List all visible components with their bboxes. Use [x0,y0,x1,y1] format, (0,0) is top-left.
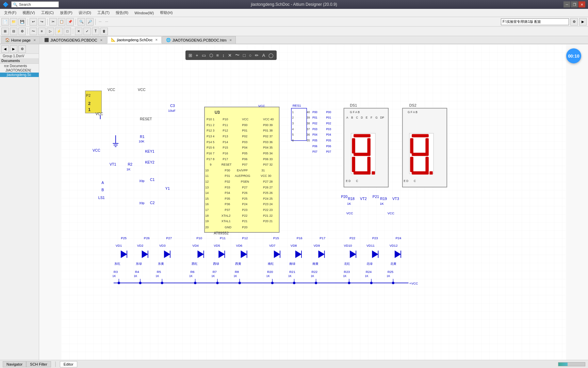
tab-htm-close[interactable]: ✕ [229,39,232,42]
svg-text:1K: 1K [233,274,237,278]
schematic-diagram: P2 2 1 VCC VCC RESET R1 10K C3 10uF VCC … [39,44,588,360]
tb-copy[interactable]: 📋 [58,18,65,26]
svg-text:GND: GND [225,226,231,229]
svg-text:VCC: VCC [95,112,103,116]
menu-file[interactable]: 文件(F) [1,10,19,16]
tb2-del[interactable]: 🗑 [100,28,108,35]
tb-paste[interactable]: 📌 [66,18,74,26]
tb-cut[interactable]: ✂ [49,18,57,26]
svg-text:P27: P27 [242,186,247,189]
sidebar-item-group1[interactable]: Group 1.DsnV [0,54,39,58]
menu-window[interactable]: Window(W) [132,10,157,16]
ft-filter[interactable]: ⊞ [187,52,193,59]
sidebar-item-rce[interactable]: rce Documents [0,64,39,68]
svg-text:R20: R20 [267,270,273,274]
status-tab-navigator[interactable]: Navigator [3,361,26,367]
tb-action2[interactable]: ▶ [579,18,587,26]
tab-schdoc-close[interactable]: ✕ [155,38,158,42]
svg-text:1K: 1K [266,274,270,278]
svg-text:P2: P2 [86,93,91,97]
ft-align[interactable]: ≡ [215,52,220,59]
tb2-power[interactable]: ⚡ [55,28,63,35]
svg-text:39: 39 [307,116,310,119]
svg-rect-159 [412,153,429,156]
tb-zoom-in[interactable]: 🔍 [78,18,85,26]
tb2-text[interactable]: T [92,28,99,35]
tab-homepage[interactable]: 🏠 Home page ✕ [1,36,40,44]
sidebar-content: Group 1.DsnV Documents rce Documents JIA… [0,54,39,360]
svg-text:P07: P07 [242,163,247,166]
tb2-btn1[interactable]: ⊞ [1,28,9,35]
tab-htm[interactable]: 🌐 JIAOTONGDENG.PCBDOC.htm ✕ [162,36,235,44]
svg-text:R1: R1 [140,135,145,139]
ft-add[interactable]: + [195,52,199,59]
tb2-btn2[interactable]: ⊟ [10,28,17,35]
status-tab-schfilter[interactable]: SCH Filter [26,361,51,367]
tb2-cross[interactable]: ✕ [75,28,82,35]
tab-pcbdoc[interactable]: ⬛ JIAOTONGDENG.PCBDOC ✕ [40,36,107,44]
menu-place[interactable]: 放置(P) [57,10,75,16]
sidebar-forward[interactable]: ▶ [10,45,17,53]
ft-rect[interactable]: ▭ [201,52,207,59]
ft-oval[interactable]: ◯ [267,52,275,59]
tab-pcbdoc-close[interactable]: ✕ [100,39,103,42]
menu-design[interactable]: 设计(D) [76,10,94,16]
path-field[interactable]: F:\实验室专用\第1版 配套 [501,18,569,25]
tab-schdoc[interactable]: 📐 jiaotongdeng.SchDoc ✕ [107,36,162,44]
svg-text:14: 14 [205,191,209,195]
ft-wave[interactable]: 〜 [234,51,241,59]
ft-circ[interactable]: ○ [248,52,253,59]
svg-text:P15: P15 [223,146,228,149]
svg-text:P13: P13 [223,135,228,138]
tb2-wire[interactable]: 〜 [30,28,37,35]
tb2-port[interactable]: ▷ [47,28,54,35]
sidebar-item-jiaotongdeng[interactable]: JIAOTONGDEN( [0,68,39,73]
tb-redo[interactable]: ↪ [38,18,46,26]
svg-text:C: C [356,179,358,183]
ft-pen[interactable]: ✏ [254,52,260,59]
menu-report[interactable]: 报告(R) [113,10,131,16]
svg-text:ALE/PROG: ALE/PROG [235,174,250,178]
tb2-check[interactable]: ✓ [83,28,91,35]
tb-sep-4 [95,19,96,25]
svg-text:VD11: VD11 [366,244,375,247]
menu-project[interactable]: 工程(C) [38,10,56,16]
sidebar-back[interactable]: ◀ [1,45,9,53]
svg-text:VCC: VCC [93,148,100,152]
canvas-area[interactable]: ⊞ + ▭ ⬡ ≡ ↕ ✕ 〜 □ ○ ✏ A ◯ 00:10 [39,44,588,360]
tb2-comp[interactable]: □ [64,28,71,35]
ft-arrow[interactable]: ↕ [221,52,226,59]
svg-text:1K: 1K [211,274,215,278]
close-button[interactable]: ✕ [578,1,585,7]
ft-cross[interactable]: ✕ [227,52,233,59]
menu-tools[interactable]: 工具(T) [95,10,112,16]
tb-undo[interactable]: ↩ [30,18,37,26]
tb2-bus[interactable]: ≡ [38,28,46,35]
restore-button[interactable]: ❐ [571,1,578,7]
status-tab-editor[interactable]: Editor [60,361,77,367]
timer-value: 00:10 [568,53,579,59]
tb-new[interactable]: 📄 [1,18,9,26]
tb-open[interactable]: 📁 [10,18,17,26]
ft-box[interactable]: □ [242,52,247,59]
search-input[interactable]: 🔍 Search [11,1,59,7]
tb-save[interactable]: 💾 [18,18,26,26]
sidebar-settings[interactable]: ⚙ [18,45,26,53]
sidebar-item-schdoc[interactable]: jiaotongdeng.Sc [0,73,39,77]
svg-text:6: 6 [292,139,294,142]
svg-text:P06: P06 [312,144,317,148]
svg-text:P05: P05 [242,152,247,155]
svg-rect-162 [412,171,429,174]
tb2-settings[interactable]: ⚙ [18,28,26,35]
minimize-button[interactable]: ─ [564,1,570,7]
menu-view[interactable]: 视图(V) [20,10,38,16]
tb-zoom-out[interactable]: 🔎 [86,18,94,26]
menu-help[interactable]: 帮助(H) [157,10,175,16]
svg-rect-144 [367,138,370,153]
svg-text:10K: 10K [138,139,145,143]
svg-text:P37: P37 [225,208,230,212]
tab-homepage-close[interactable]: ✕ [33,39,36,42]
ft-text[interactable]: A [261,52,266,59]
tb-path-action[interactable]: ⚙ [570,18,578,26]
ft-poly[interactable]: ⬡ [208,52,214,59]
